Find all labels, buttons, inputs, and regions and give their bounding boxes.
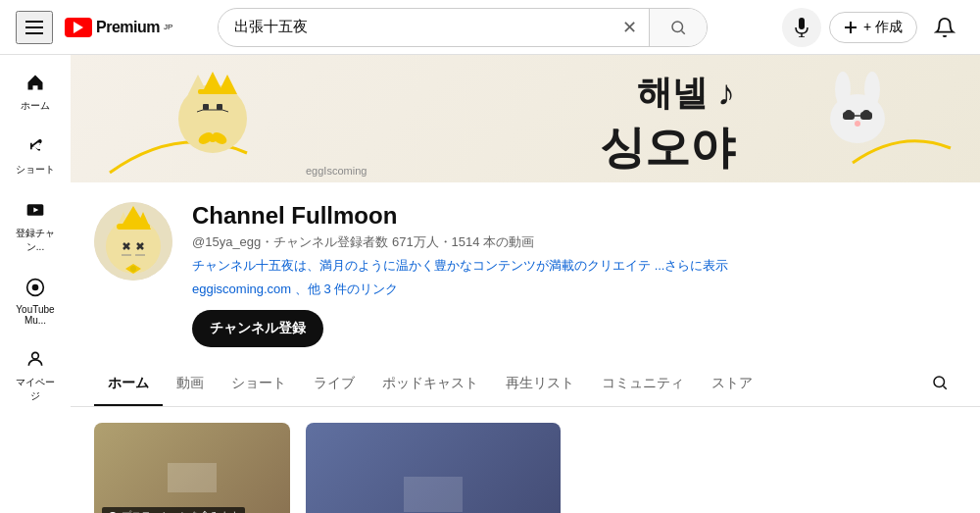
svg-rect-2: [799, 18, 805, 29]
sidebar-label-home: ホーム: [21, 99, 50, 113]
promo-badge: プロモーションを含みます: [102, 507, 245, 513]
search-input[interactable]: [219, 19, 611, 35]
svg-marker-20: [203, 72, 222, 91]
video-card-1[interactable]: プロモーションを含みます: [94, 423, 290, 513]
logo[interactable]: PremiumJP: [65, 18, 172, 37]
sidebar-item-home[interactable]: ホーム: [4, 63, 67, 123]
svg-line-52: [943, 385, 946, 388]
nav-item-community[interactable]: コミュニティ: [588, 363, 698, 406]
sidebar-item-subscriptions[interactable]: 登録チャン...: [4, 190, 67, 264]
channel-links[interactable]: eggiscoming.com 、他 3 件のリンク: [192, 281, 956, 298]
logo-jp-text: JP: [164, 23, 172, 31]
videos-section: プロモーションを含みます 🤞1화 | ㄱ 시절 대명이가 사랑했던 ㄱ 대만 |…: [71, 407, 980, 513]
search-clear-button[interactable]: ✕: [611, 17, 649, 38]
svg-point-26: [835, 72, 851, 107]
svg-point-51: [934, 377, 945, 387]
svg-rect-21: [198, 89, 227, 94]
sidebar-label-youtube-music: YouTube Mu...: [12, 304, 59, 326]
svg-rect-55: [404, 477, 463, 512]
nav-item-store[interactable]: ストア: [698, 363, 766, 406]
svg-rect-16: [217, 104, 222, 110]
mic-button[interactable]: [782, 8, 821, 47]
shorts-icon: [25, 136, 45, 159]
svg-point-24: [209, 134, 217, 142]
sidebar: ホーム ショート 登録チャン... YouTube Mu... マイページ: [0, 55, 71, 513]
sidebar-label-shorts: ショート: [16, 163, 55, 177]
svg-point-10: [32, 284, 39, 291]
nav-item-home[interactable]: ホーム: [94, 363, 163, 406]
hamburger-button[interactable]: [16, 11, 53, 44]
svg-rect-33: [860, 112, 872, 120]
sidebar-label-subscriptions: 登録チャン...: [12, 227, 59, 254]
channel-info: Channel Fullmoon @15ya_egg・チャンネル登録者数 671…: [71, 182, 980, 363]
channel-search-button[interactable]: [923, 366, 956, 404]
channel-desc-text: チャンネル十五夜は、満月のように温かく豊かなコンテンツが満載のクリエイテ: [192, 258, 651, 273]
svg-rect-53: [168, 463, 217, 492]
svg-rect-41: [117, 224, 150, 230]
nav-item-podcasts[interactable]: ポッドキャスト: [368, 363, 492, 406]
svg-rect-15: [203, 104, 209, 110]
create-label: + 作成: [863, 19, 903, 36]
main-layout: ホーム ショート 登録チャン... YouTube Mu... マイページ: [0, 55, 980, 513]
user-icon: [25, 349, 45, 372]
banner-korean-line1: 해넬 ♪: [600, 70, 735, 118]
sidebar-item-shorts[interactable]: ショート: [4, 127, 67, 186]
subscriptions-icon: [25, 200, 45, 223]
nav-item-shorts[interactable]: ショート: [218, 363, 300, 406]
nav-item-videos[interactable]: 動画: [163, 363, 218, 406]
home-icon: [25, 73, 45, 95]
svg-point-0: [672, 22, 683, 32]
subscribe-button[interactable]: チャンネル登録: [192, 310, 323, 347]
channel-meta: @15ya_egg・チャンネル登録者数 671万人・1514 本の動画: [192, 233, 956, 251]
channel-nav: ホーム 動画 ショート ライブ ポッドキャスト 再生リスト コミュニティ ストア: [71, 363, 980, 407]
sidebar-label-mypage: マイページ: [12, 376, 59, 403]
svg-line-1: [682, 30, 685, 33]
youtube-logo-icon: [65, 18, 92, 37]
music-icon: [25, 278, 45, 300]
svg-point-27: [864, 72, 880, 107]
video-thumb-2: [306, 423, 561, 513]
video-card-2[interactable]: 🤞1화 | ㄱ 시절 대명이가 사랑했던 ㄱ 대만 | 🥪🍋 맛맛대대 1,24…: [306, 423, 561, 513]
channel-banner: 해넬 ♪ 싱오야: [71, 55, 980, 182]
channel-details: Channel Fullmoon @15ya_egg・チャンネル登録者数 671…: [192, 202, 956, 347]
sidebar-item-mypage[interactable]: マイページ: [4, 339, 67, 413]
svg-rect-32: [843, 112, 855, 120]
svg-point-11: [32, 352, 39, 359]
create-button[interactable]: + 作成: [829, 12, 917, 43]
svg-point-12: [178, 84, 247, 153]
nav-item-playlists[interactable]: 再生リスト: [492, 363, 588, 406]
search-submit-button[interactable]: [649, 8, 707, 47]
notifications-button[interactable]: [925, 8, 964, 47]
search-bar: ✕: [218, 8, 708, 47]
header-left: PremiumJP: [16, 11, 172, 44]
banner-korean-line2: 싱오야: [600, 118, 735, 179]
banner-background: 해넬 ♪ 싱오야: [71, 55, 980, 182]
header: PremiumJP ✕ + 作成: [0, 0, 980, 55]
promo-text: プロモーションを含みます: [122, 509, 239, 513]
channel-description: チャンネル十五夜は、満月のように温かく豊かなコンテンツが満載のクリエイテ ...…: [192, 257, 956, 275]
banner-brand: eggIscoming: [306, 165, 367, 177]
sidebar-item-youtube-music[interactable]: YouTube Mu...: [4, 268, 67, 335]
logo-premium-text: Premium: [96, 19, 160, 36]
video-thumb-1: プロモーションを含みます: [94, 423, 290, 513]
header-right: + 作成: [782, 8, 964, 47]
banner-text-line1: 해넬 ♪ 싱오야: [600, 70, 735, 179]
channel-name: Channel Fullmoon: [192, 202, 956, 230]
svg-point-50: [130, 266, 136, 272]
channel-desc-more[interactable]: ...さらに表示: [655, 258, 729, 273]
nav-item-live[interactable]: ライブ: [300, 363, 368, 406]
content-area: 해넬 ♪ 싱오야: [71, 55, 980, 513]
channel-avatar: [94, 202, 172, 281]
